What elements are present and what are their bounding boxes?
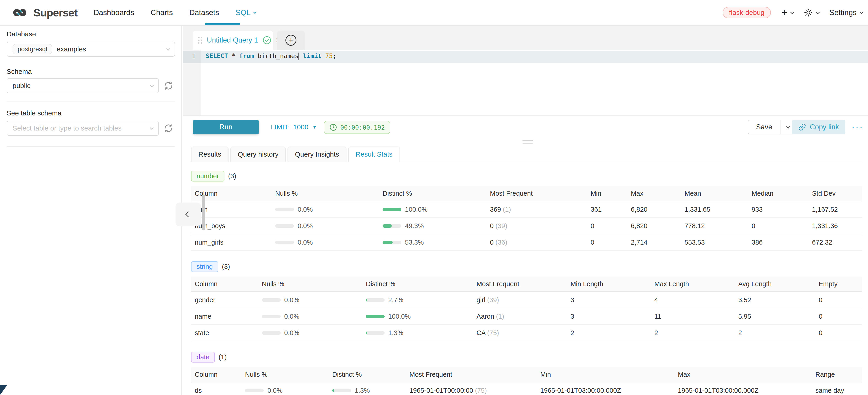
tab-query-insights[interactable]: Query Insights [287, 147, 346, 162]
tab-results[interactable]: Results [191, 147, 228, 162]
col-header: Median [748, 186, 808, 201]
new-item-menu[interactable]: + [781, 7, 793, 18]
vertical-scrollbar[interactable] [202, 195, 205, 231]
chevron-down-icon [253, 11, 256, 14]
cell-mf-count: (39) [495, 222, 507, 230]
table-row: name 0.0% 100.0% Aaron (1) 3 11 5.95 0 [191, 308, 862, 325]
chevron-left-icon [185, 211, 191, 217]
copy-link-button[interactable]: Copy link [792, 120, 846, 134]
cell-avg-length: 5.95 [735, 308, 815, 325]
nulls-bar [262, 315, 281, 318]
cell-mf-count: (75) [487, 329, 499, 336]
table-select[interactable]: Select table or type to search tables [7, 121, 159, 136]
cell-most-frequent: 1965-01-01T00:00:00 [409, 387, 473, 394]
limit-dropdown[interactable]: LIMIT: 1000 ▼ [271, 120, 317, 134]
mouse-cursor [0, 385, 7, 395]
date-count: (1) [218, 354, 226, 361]
chevron-down-icon [150, 126, 154, 130]
sql-keyword: SELECT [206, 52, 228, 59]
cell-empty: 0 [815, 325, 862, 341]
cell-most-frequent: CA [476, 329, 486, 336]
nulls-bar [275, 208, 294, 211]
tab-query-history[interactable]: Query history [230, 147, 286, 162]
cell-column: state [191, 325, 258, 341]
sql-text: * [228, 52, 239, 59]
cell-nulls: 0.0% [298, 239, 313, 246]
tab-result-stats[interactable]: Result Stats [348, 147, 400, 162]
date-stats-table: Column Nulls % Distinct % Most Frequent … [191, 367, 862, 395]
query-tab[interactable]: Untitled Query 1 × [193, 31, 273, 50]
col-header: Empty [815, 277, 862, 292]
table-row: num_girls 0.0% 53.3% 0 (36) 0 2,714 553.… [191, 234, 862, 250]
line-number: 1 [183, 53, 196, 60]
col-header: Most Frequent [406, 367, 537, 382]
col-header: Mean [681, 186, 748, 201]
cell-empty: 0 [815, 308, 862, 325]
col-header: Distinct % [362, 277, 473, 292]
settings-menu[interactable]: Settings [829, 8, 863, 17]
sql-code-line: SELECT * from birth_names limit 75; [206, 52, 336, 60]
date-section-header: date (1) [191, 352, 862, 363]
timer-value: 00:00:00.192 [340, 124, 385, 131]
run-button[interactable]: Run [193, 120, 259, 134]
refresh-tables-icon[interactable] [163, 123, 174, 133]
cell-min-length: 3 [567, 308, 651, 325]
cell-column: gender [191, 292, 258, 308]
table-row: num 0.0% 100.0% 369 (1) 361 6,820 1,331.… [191, 201, 862, 218]
string-section-header: string (3) [191, 261, 862, 272]
nav-item-sql-label: SQL [236, 8, 251, 17]
superset-logo[interactable]: Superset [9, 6, 78, 19]
string-stats-table: Column Nulls % Distinct % Most Frequent … [191, 277, 862, 341]
refresh-schemas-icon[interactable] [163, 81, 174, 91]
col-header: Min Length [567, 277, 651, 292]
database-select[interactable]: postgresql examples [7, 41, 175, 57]
cell-nulls: 0.0% [284, 296, 300, 304]
cell-most-frequent: 0 [490, 239, 494, 246]
nav-item-charts[interactable]: Charts [151, 8, 173, 17]
cell-mf-count: (39) [487, 296, 499, 304]
drag-handle-icon[interactable] [198, 37, 202, 44]
col-header: Max Length [651, 277, 735, 292]
cell-most-frequent: 369 [490, 206, 501, 213]
theme-menu[interactable] [804, 8, 819, 17]
cell-nulls: 0.0% [298, 222, 313, 230]
collapse-sidebar-button[interactable] [176, 203, 201, 226]
cell-min: 0 [587, 218, 627, 234]
nav-item-dashboards[interactable]: Dashboards [93, 8, 134, 17]
new-tab-button[interactable]: + [285, 35, 297, 46]
cell-max: 6,820 [627, 218, 681, 234]
cell-min: 1965-01-01T03:00:00.000Z [537, 382, 674, 395]
col-header: Distinct % [379, 186, 486, 201]
save-button[interactable]: Save [748, 120, 780, 134]
environment-tag: flask-debug [723, 7, 771, 18]
cell-std-dev: 672.32 [808, 234, 862, 250]
table-schema-label: See table schema [7, 109, 175, 117]
nulls-bar [262, 298, 281, 302]
limit-label: LIMIT: [271, 123, 289, 131]
cell-min-length: 3 [567, 292, 651, 308]
schema-select[interactable]: public [7, 78, 159, 93]
plus-icon: + [781, 7, 787, 18]
type-badge-number: number [191, 171, 224, 182]
nav-item-datasets[interactable]: Datasets [189, 8, 219, 17]
more-actions-button[interactable]: ··· [851, 120, 863, 134]
sql-editor[interactable]: 1 SELECT * from birth_names limit 75; [183, 50, 868, 116]
col-header: Min [587, 186, 627, 201]
cell-std-dev: 1,167.52 [808, 201, 862, 218]
chevron-down-icon [786, 125, 790, 129]
col-header: Range [812, 367, 862, 382]
nav-item-sql[interactable]: SQL [236, 8, 256, 17]
query-tab-title: Untitled Query 1 [207, 36, 258, 44]
pane-resize-handle[interactable] [522, 140, 533, 145]
save-button-group: Save [748, 120, 796, 134]
col-header: Nulls % [258, 277, 362, 292]
chevron-down-icon [166, 47, 170, 51]
cell-avg-length: 3.52 [735, 292, 815, 308]
chevron-down-icon [816, 10, 820, 14]
copy-link-label: Copy link [810, 123, 839, 131]
cell-max: 6,820 [627, 201, 681, 218]
cell-distinct: 100.0% [405, 206, 427, 213]
nulls-bar [262, 331, 281, 335]
sql-text: ; [333, 52, 336, 59]
cell-nulls: 0.0% [268, 387, 282, 394]
